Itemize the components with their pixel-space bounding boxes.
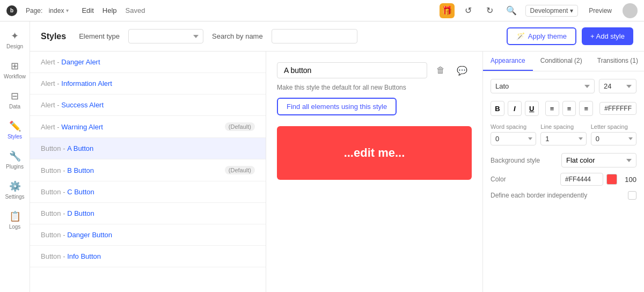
user-avatar[interactable] xyxy=(623,3,638,18)
sidebar-item-design[interactable]: ✦ Design xyxy=(2,26,28,54)
properties-tabs: Appearance Conditional (2) Transitions (… xyxy=(483,52,644,71)
topbar: b Page: index ▾ Edit Help Saved 🎁 ↺ ↻ 🔍 … xyxy=(0,0,644,21)
border-checkbox[interactable] xyxy=(628,191,636,200)
bold-button[interactable]: B xyxy=(491,101,504,116)
list-item[interactable]: Button - D Button xyxy=(30,203,266,224)
nav-help[interactable]: Help xyxy=(103,6,117,14)
style-editor: 🗑 💬 Make this style the default for all … xyxy=(266,52,483,292)
list-item[interactable]: Alert - Success Alert xyxy=(30,94,266,116)
sidebar-item-plugins[interactable]: 🔧 Plugins xyxy=(2,146,28,174)
tab-conditional[interactable]: Conditional (2) xyxy=(533,52,590,71)
style-name-row: 🗑 💬 xyxy=(277,62,472,78)
text-format-row: B I U ≡ ≡ ≡ #FFFFFF xyxy=(491,101,636,116)
environment-selector[interactable]: Development ▾ xyxy=(525,5,579,17)
properties-panel: Appearance Conditional (2) Transitions (… xyxy=(483,52,644,292)
word-spacing-select[interactable]: 0 xyxy=(491,132,536,145)
delete-style-button[interactable]: 🗑 xyxy=(433,62,449,78)
search-icon[interactable]: 🔍 xyxy=(504,3,519,18)
topbar-nav: Edit Help Saved xyxy=(82,6,145,14)
styles-title: Styles xyxy=(41,32,66,41)
background-style-label: Background style xyxy=(491,157,540,164)
find-elements-button[interactable]: Find all elements using this style xyxy=(277,98,397,115)
sidebar-item-styles[interactable]: ✏️ Styles xyxy=(2,116,28,144)
sidebar-item-workflow[interactable]: ⊞ Workflow xyxy=(2,56,28,84)
list-item[interactable]: Button - Danger Button xyxy=(30,224,266,246)
spacing-row: Word spacing 0 Line spacing 1 xyxy=(491,123,636,145)
properties-body: Lato 24 B I U xyxy=(483,71,644,207)
gift-icon[interactable]: 🎁 xyxy=(440,3,455,18)
sidebar-item-data[interactable]: ⊟ Data xyxy=(2,86,28,114)
background-style-select[interactable]: Flat color xyxy=(561,153,636,167)
sidebar-label-styles: Styles xyxy=(8,134,22,140)
environment-label: Development xyxy=(530,7,568,14)
add-style-button[interactable]: + Add style xyxy=(582,27,633,45)
redo-icon[interactable]: ↻ xyxy=(482,3,497,18)
nav-saved: Saved xyxy=(126,6,145,14)
default-badge: (Default) xyxy=(225,166,255,174)
list-item[interactable]: Button - C Button xyxy=(30,181,266,203)
font-row: Lato 24 xyxy=(491,79,636,93)
list-item[interactable]: Alert - Warning Alert (Default) xyxy=(30,116,266,138)
sidebar-label-plugins: Plugins xyxy=(6,164,24,170)
list-item[interactable]: Alert - Danger Alert xyxy=(30,52,266,73)
content-area: Styles Element type Search by name 🪄 App… xyxy=(30,21,644,292)
line-spacing-select[interactable]: 1 xyxy=(540,132,586,145)
align-right-button[interactable]: ≡ xyxy=(579,101,593,116)
list-item-a-button[interactable]: Button - A Button xyxy=(30,138,266,159)
word-line-letter-spacing: Word spacing 0 Line spacing 1 xyxy=(491,123,636,145)
sidebar-item-settings[interactable]: ⚙️ Settings xyxy=(2,176,28,204)
wand-icon: 🪄 xyxy=(516,32,525,40)
element-type-select[interactable] xyxy=(128,29,203,43)
color-label: Color xyxy=(491,176,506,183)
comment-button[interactable]: 💬 xyxy=(454,62,470,78)
color-preview-swatch[interactable] xyxy=(606,174,617,185)
align-left-button[interactable]: ≡ xyxy=(545,101,559,116)
settings-icon: ⚙️ xyxy=(9,180,21,192)
button-preview[interactable]: ...edit me... xyxy=(277,126,472,180)
preview-button[interactable]: Preview xyxy=(584,5,616,16)
letter-spacing-item: Letter spacing 0 xyxy=(591,123,636,145)
apply-theme-label: Apply theme xyxy=(528,32,567,40)
styles-icon: ✏️ xyxy=(9,120,21,132)
line-spacing-label: Line spacing xyxy=(540,123,586,130)
page-chevron-icon[interactable]: ▾ xyxy=(66,8,69,13)
border-row: Define each border independently xyxy=(491,191,636,200)
search-label: Search by name xyxy=(212,32,263,40)
underline-button[interactable]: U xyxy=(525,101,539,116)
page-name: index xyxy=(49,7,64,14)
color-right: #FF4444 100 xyxy=(560,173,636,186)
sidebar-label-settings: Settings xyxy=(5,194,24,200)
color-hex-input[interactable]: #FF4444 xyxy=(560,173,603,186)
undo-icon[interactable]: ↺ xyxy=(461,3,476,18)
list-item[interactable]: Button - B Button (Default) xyxy=(30,159,266,181)
opacity-value: 100 xyxy=(620,176,636,184)
default-style-text: Make this style the default for all new … xyxy=(277,84,472,91)
tab-appearance[interactable]: Appearance xyxy=(483,52,533,71)
styles-body: Alert - Danger Alert Alert - Information… xyxy=(30,52,644,292)
apply-theme-button[interactable]: 🪄 Apply theme xyxy=(507,27,576,45)
search-input[interactable] xyxy=(272,29,357,43)
format-buttons: B I U ≡ ≡ ≡ #FFFFFF xyxy=(491,101,636,116)
list-item[interactable]: Alert - Information Alert xyxy=(30,73,266,94)
styles-list: Alert - Danger Alert Alert - Information… xyxy=(30,52,266,292)
list-item[interactable]: Button - Info Button xyxy=(30,246,266,267)
align-center-button[interactable]: ≡ xyxy=(562,101,576,116)
nav-edit[interactable]: Edit xyxy=(82,6,93,14)
font-color-picker[interactable]: #FFFFFF xyxy=(599,102,636,115)
font-family-select[interactable]: Lato xyxy=(491,79,595,93)
letter-spacing-select[interactable]: 0 xyxy=(591,132,636,145)
main-layout: ✦ Design ⊞ Workflow ⊟ Data ✏️ Styles 🔧 P… xyxy=(0,21,644,292)
app-logo: b xyxy=(6,5,17,16)
page-label: Page: xyxy=(26,7,42,14)
sidebar-item-logs[interactable]: 📋 Logs xyxy=(2,206,28,234)
sidebar: ✦ Design ⊞ Workflow ⊟ Data ✏️ Styles 🔧 P… xyxy=(0,21,30,292)
data-icon: ⊟ xyxy=(11,90,19,102)
font-size-select[interactable]: 24 xyxy=(599,79,636,93)
tab-transitions[interactable]: Transitions (1) xyxy=(590,52,644,71)
workflow-icon: ⊞ xyxy=(11,60,19,72)
font-select-row: Lato 24 xyxy=(491,79,636,93)
italic-button[interactable]: I xyxy=(508,101,522,116)
word-spacing-item: Word spacing 0 xyxy=(491,123,536,145)
add-style-label: + Add style xyxy=(590,32,625,40)
style-name-input[interactable] xyxy=(277,62,427,78)
